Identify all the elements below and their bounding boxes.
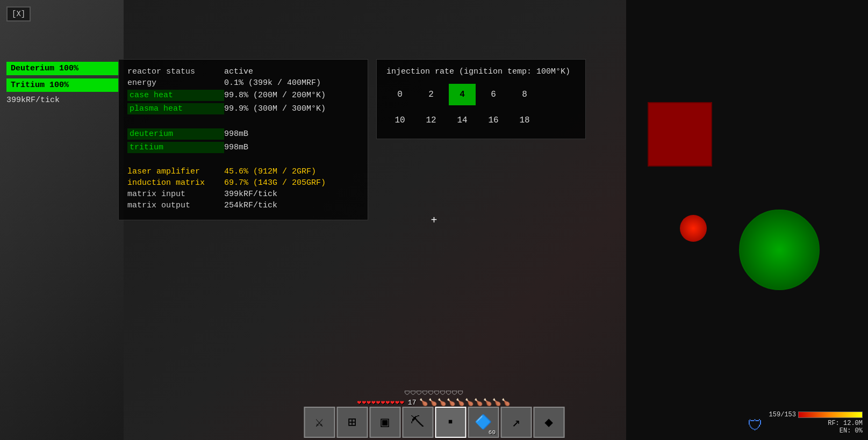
injection-cell-16[interactable]: 16	[480, 110, 507, 131]
armor-row: 🛡🛡🛡🛡🛡🛡🛡🛡🛡🛡	[404, 389, 463, 396]
hunger-display: 🍗🍗🍗🍗🍗🍗🍗🍗🍗🍗	[419, 398, 511, 407]
energy-row: energy 0.1% (399k / 400MRF)	[127, 78, 359, 88]
matrix-input-label: matrix input	[127, 190, 224, 199]
hotbar-slot-6[interactable]: ↗	[500, 407, 532, 438]
sword2-icon: ▪	[446, 414, 455, 430]
close-button[interactable]: [X]	[6, 6, 31, 21]
case-heat-row: case heat 99.8% (200M / 200M°K)	[127, 90, 359, 101]
machine-red-block	[648, 102, 712, 167]
injection-cell-8[interactable]: 8	[511, 84, 538, 105]
plasma-heat-value: 99.9% (300M / 300M°K)	[224, 104, 359, 113]
sidebar-panel: Deuterium 100% Tritium 100% 399kRF/tick	[6, 62, 119, 108]
reactor-status-value: active	[224, 67, 359, 76]
hotbar-slot-2[interactable]: ▣	[369, 407, 400, 438]
power-text: 399kRF/tick	[6, 93, 60, 107]
induction-row: induction matrix 69.7% (143G / 205GRF)	[127, 178, 359, 187]
deuterium-bar-item: Deuterium 100%	[6, 62, 119, 75]
sword-icon: ⚔	[315, 414, 324, 431]
injection-cell-4[interactable]: 4	[449, 84, 476, 105]
induction-label: induction matrix	[127, 178, 224, 187]
rf-label: RF: 12.0M	[828, 420, 863, 427]
reactor-status-label: reactor status	[127, 67, 224, 76]
laser-label: laser amplifier	[127, 167, 224, 176]
hotbar-slot-4[interactable]: ▪	[435, 407, 466, 438]
injection-cell-0[interactable]: 0	[386, 84, 413, 105]
injection-cell-2[interactable]: 2	[418, 84, 444, 105]
injection-grid[interactable]: 0 2 4 6 8 10 12 14 16 18	[386, 84, 576, 131]
en-label: EN: 0%	[840, 427, 863, 435]
block-icon: ▣	[381, 414, 389, 431]
diamond-icon: 🔷	[475, 414, 492, 431]
deuterium-label: deuterium	[127, 128, 224, 140]
hotbar[interactable]: ⚔ ⊞ ▣ ⛏ ▪ 🔷 60 ↗ ◆	[304, 407, 564, 438]
hotbar-slot-5[interactable]: 🔷 60	[468, 407, 499, 438]
injection-cell-10[interactable]: 10	[386, 110, 413, 131]
induction-value: 69.7% (143G / 205GRF)	[224, 178, 359, 187]
injection-cell-14[interactable]: 14	[449, 110, 476, 131]
tritium-label: tritium	[127, 142, 224, 153]
hearts-display: ❤❤❤❤❤❤❤❤❤❤	[357, 398, 405, 407]
health-number: 17	[408, 399, 417, 407]
energy-value: 0.1% (399k / 400MRF)	[224, 78, 359, 88]
injection-cell-6[interactable]: 6	[480, 84, 507, 105]
reactor-info-panel: reactor status active energy 0.1% (399k …	[118, 59, 368, 220]
tritium-bar: Tritium 100%	[6, 78, 119, 92]
deuterium-value: 998mB	[224, 129, 359, 139]
matrix-output-label: matrix output	[127, 201, 224, 210]
matrix-input-value: 399kRF/tick	[224, 190, 359, 199]
hud-bottom: 🛡🛡🛡🛡🛡🛡🛡🛡🛡🛡 ❤❤❤❤❤❤❤❤❤❤ 17 🍗🍗🍗🍗🍗🍗🍗🍗🍗🍗 ⚔ ⊞ …	[0, 376, 868, 440]
tritium-row: tritium 998mB	[127, 142, 359, 153]
case-heat-value: 99.8% (200M / 200M°K)	[224, 91, 359, 100]
hotbar-slot-7[interactable]: ◆	[533, 407, 564, 438]
grid-icon: ⊞	[348, 414, 356, 431]
machine-green-block	[739, 210, 820, 290]
section-gap-1	[127, 117, 359, 128]
shield-icon: 🛡	[748, 416, 763, 435]
section-gap-2	[127, 155, 359, 167]
hotbar-slot-3[interactable]: ⛏	[402, 407, 433, 438]
tritium-bar-item: Tritium 100%	[6, 78, 119, 92]
deuterium-bar: Deuterium 100%	[6, 62, 119, 75]
power-text-item: 399kRF/tick	[6, 95, 119, 105]
arrow-icon: ↗	[512, 414, 520, 431]
tritium-value: 998mB	[224, 143, 359, 152]
plasma-heat-label: plasma heat	[127, 103, 224, 114]
matrix-output-value: 254kRF/tick	[224, 201, 359, 210]
rf-bar-area: 159/153 RF: 12.0M EN: 0%	[769, 411, 863, 435]
matrix-input-row: matrix input 399kRF/tick	[127, 190, 359, 199]
machine-red-light	[680, 215, 707, 242]
hotbar-slot-0[interactable]: ⚔	[304, 407, 335, 438]
slot-5-count: 60	[489, 429, 496, 436]
rf-bar-row: 159/153	[769, 411, 863, 419]
laser-row: laser amplifier 45.6% (912M / 2GRF)	[127, 167, 359, 176]
energy-label: energy	[127, 78, 224, 88]
case-heat-label: case heat	[127, 90, 224, 101]
gem-icon: ◆	[544, 414, 553, 431]
rf-bar-visual	[798, 412, 863, 418]
rf-hud: 🛡 159/153 RF: 12.0M EN: 0%	[748, 411, 863, 435]
laser-value: 45.6% (912M / 2GRF)	[224, 167, 359, 176]
armor-icon: 🛡🛡🛡🛡🛡🛡🛡🛡🛡🛡	[404, 389, 463, 396]
plasma-heat-row: plasma heat 99.9% (300M / 300M°K)	[127, 103, 359, 114]
reactor-status-row: reactor status active	[127, 67, 359, 76]
hotbar-slot-1[interactable]: ⊞	[336, 407, 368, 438]
injection-cell-18[interactable]: 18	[511, 110, 538, 131]
deuterium-row: deuterium 998mB	[127, 128, 359, 140]
rf-bar-label: 159/153	[769, 411, 796, 419]
injection-cell-12[interactable]: 12	[418, 110, 444, 131]
health-row: ❤❤❤❤❤❤❤❤❤❤ 17 🍗🍗🍗🍗🍗🍗🍗🍗🍗🍗	[357, 398, 511, 407]
matrix-output-row: matrix output 254kRF/tick	[127, 201, 359, 210]
injection-title: injection rate (ignition temp: 100M°K)	[386, 67, 576, 76]
pickaxe-icon: ⛏	[411, 414, 425, 431]
injection-panel: injection rate (ignition temp: 100M°K) 0…	[376, 59, 586, 139]
